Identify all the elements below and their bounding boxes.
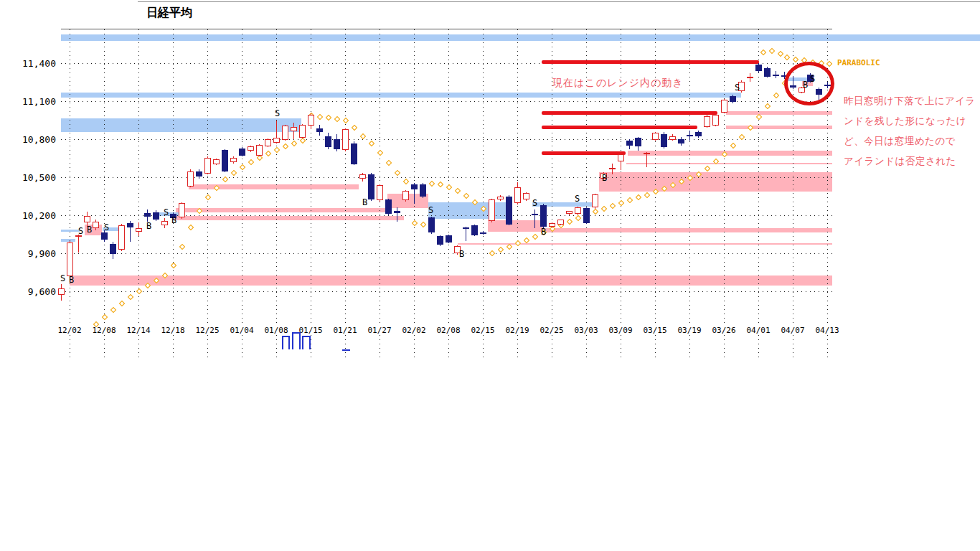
grid-line-vertical [621,29,621,324]
axis-tick-extension [586,335,587,357]
pink-price-band [628,151,832,156]
parabolic-sar-dot [265,151,270,156]
parabolic-sar-dot [101,314,107,319]
y-axis-label: 9,900 [22,248,56,259]
axis-tick-extension [517,335,518,357]
candle-body-down [635,138,641,146]
parabolic-sar-dot [127,294,133,300]
range-annotation: 現在はこのレンジ内の動き [552,77,684,90]
parabolic-sar-dot [793,57,798,62]
axis-tick-extension [173,335,174,357]
candle-body-up [213,159,220,164]
blue-price-band [61,230,80,232]
candle-body-up [592,194,598,208]
parabolic-sar-dot [618,200,623,206]
x-axis-label: 12/25 [192,326,223,335]
y-axis-label: 10,500 [22,172,56,183]
trade-signal-buy: B [362,198,367,207]
candle-body-up [230,158,237,163]
x-axis-label: 03/15 [639,326,671,335]
candle-body-up [299,125,306,138]
parabolic-sar-dot [592,209,598,215]
parabolic-indicator-label: PARABOLIC [837,58,880,67]
trade-signal-sell: S [60,274,65,283]
candle-body-up [204,158,211,174]
candle-wick [78,235,79,253]
island-annotation-line: 昨日窓明け下落で上にアイラ [844,90,976,110]
candle-body-down [316,128,323,132]
candle-body-down [471,225,478,235]
candle-body-up [377,185,383,200]
clipped-blue-glyph [282,336,290,349]
parabolic-sar-dot [291,141,296,146]
parabolic-sar-dot [446,184,451,190]
parabolic-sar-dot [334,116,339,122]
grid-line-vertical [724,29,725,324]
axis-tick-extension [345,335,346,357]
parabolic-sar-dot [600,206,606,212]
candle-body-down [730,96,736,102]
axis-tick-extension [104,335,105,357]
parabolic-sar-dot [230,170,236,176]
trade-signal-sell: S [532,199,537,207]
pink-price-band [70,276,832,286]
candle-body-up [497,197,504,200]
candle-body-up [557,220,564,225]
axis-tick-extension [414,335,415,357]
axis-tick-extension [242,335,242,357]
candle-body-down [583,208,590,223]
chart-screenshot: 日経平均 11,40011,10010,80010,50010,2009,900… [0,0,980,551]
parabolic-sar-dot [768,47,774,53]
candle-body-down [755,65,762,71]
grid-line-vertical [345,29,346,324]
candle-body-up [549,223,555,227]
parabolic-sar-dot [523,237,529,243]
blue-price-band [61,118,301,132]
trade-signal-sell: S [735,83,740,92]
x-axis-label: 02/25 [536,326,567,335]
parabolic-sar-dot [239,164,245,170]
grid-line-vertical [517,29,518,324]
x-axis-label: 04/07 [777,326,809,335]
grid-line-vertical [448,29,449,324]
x-axis-label: 02/08 [433,326,464,335]
parabolic-sar-dot [437,182,443,187]
parabolic-sar-dot [248,159,253,165]
grid-line-vertical [380,29,380,324]
parabolic-sar-dot [626,197,632,203]
x-axis-label: 02/19 [501,326,533,335]
candle-body-up [136,228,142,232]
parabolic-sar-dot [402,178,408,184]
parabolic-sar-dot [635,194,641,200]
parabolic-sar-dot [420,222,425,227]
candle-body-up [652,133,659,140]
parabolic-sar-dot [316,113,322,119]
parabolic-sar-dot [428,181,434,187]
grid-line-horizontal [61,101,834,102]
grid-line-horizontal [61,177,834,178]
axis-tick-extension [724,335,725,357]
parabolic-sar-dot [704,166,710,171]
candle-body-up [273,138,280,143]
candle-wick [646,152,647,166]
pink-price-band [626,163,832,164]
parabolic-sar-dot [118,301,124,306]
candle-body-up [669,136,676,140]
parabolic-sar-dot [497,247,503,253]
candle-body-up [704,116,710,127]
parabolic-sar-dot [351,124,357,130]
clipped-blue-glyph [292,332,301,349]
candle-body-up [618,154,624,161]
parabolic-sar-dot [110,307,116,313]
candle-body-down [239,149,245,156]
x-axis-label: 12/02 [54,326,85,335]
candle-body-up [308,115,314,126]
trade-signal-buy: B [541,227,546,236]
x-axis-label: 03/03 [570,326,602,335]
x-axis-label: 12/18 [157,326,189,335]
trade-signal-buy: B [602,174,607,182]
trade-signal-sell: S [78,227,83,235]
parabolic-sar-dot [273,147,279,153]
parabolic-sar-dot [755,114,761,120]
x-axis-label: 03/19 [674,326,705,335]
